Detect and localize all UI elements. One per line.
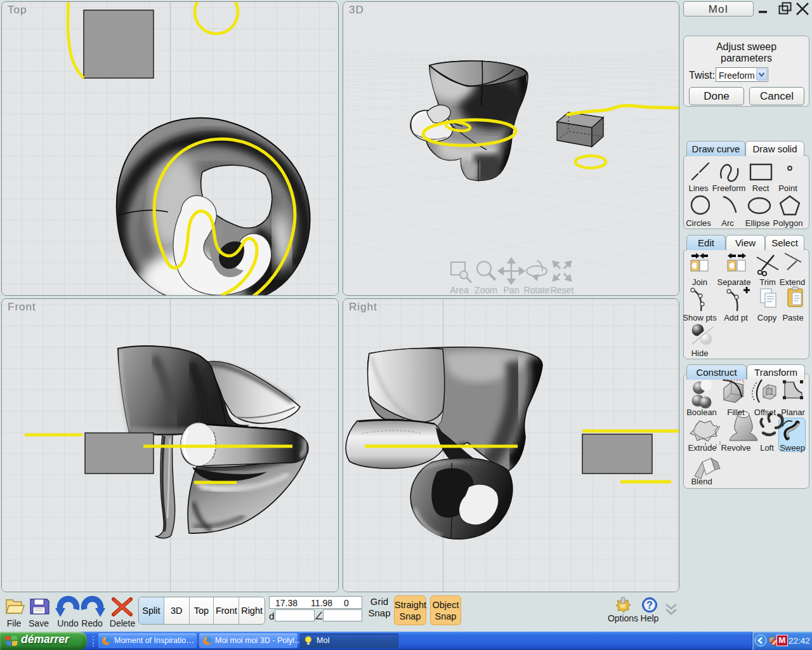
svg-text:Area: Area bbox=[450, 285, 469, 295]
svg-text:Zoom: Zoom bbox=[475, 285, 497, 295]
svg-text:Reset: Reset bbox=[551, 285, 574, 295]
svg-text:Pan: Pan bbox=[504, 285, 520, 295]
svg-text:?: ? bbox=[646, 600, 653, 611]
svg-text:Rotate: Rotate bbox=[523, 285, 549, 295]
